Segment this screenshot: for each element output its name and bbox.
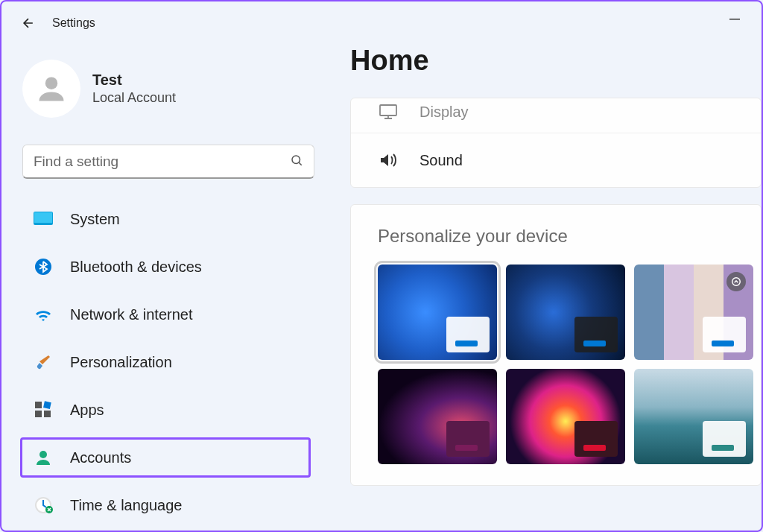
sidebar: Test Local Account System (1, 45, 329, 531)
setting-row-sound[interactable]: Sound (351, 133, 761, 187)
person-icon (33, 447, 54, 468)
sidebar-item-label: Apps (70, 402, 104, 419)
page-title: Home (350, 45, 762, 77)
theme-accent (712, 445, 734, 451)
svg-rect-4 (34, 212, 52, 223)
theme-preview (446, 421, 490, 457)
svg-rect-8 (35, 411, 42, 417)
wifi-icon (33, 304, 54, 325)
svg-rect-6 (35, 402, 42, 408)
theme-preview (574, 421, 618, 457)
svg-point-10 (39, 451, 47, 458)
theme-tile-bloom-light[interactable] (378, 265, 497, 360)
search-box[interactable] (22, 145, 314, 179)
sidebar-item-label: Bluetooth & devices (70, 259, 202, 276)
theme-tile-lake[interactable] (634, 369, 753, 464)
app-title: Settings (52, 16, 95, 30)
sound-icon (378, 150, 399, 171)
sidebar-item-label: System (70, 211, 120, 228)
user-account-type: Local Account (92, 90, 176, 106)
svg-point-2 (292, 156, 300, 164)
setting-label: Sound (420, 152, 463, 169)
user-name: Test (92, 72, 176, 89)
sidebar-item-accounts[interactable]: Accounts (20, 437, 311, 478)
sidebar-item-label: Accounts (70, 449, 131, 466)
svg-rect-9 (44, 411, 51, 417)
theme-preview (574, 317, 618, 352)
theme-preview (703, 317, 746, 352)
theme-tile-flow[interactable] (506, 369, 625, 464)
back-button[interactable] (16, 11, 40, 35)
svg-point-19 (732, 278, 741, 286)
personalize-card: Personalize your device (350, 204, 762, 486)
theme-accent (583, 341, 606, 346)
user-profile[interactable]: Test Local Account (22, 60, 308, 118)
sidebar-item-bluetooth[interactable]: Bluetooth & devices (22, 249, 308, 285)
theme-tile-glow[interactable] (378, 369, 497, 464)
sidebar-item-label: Personalization (70, 354, 172, 371)
theme-accent (583, 445, 606, 451)
theme-tile-spotlight[interactable] (634, 265, 753, 360)
theme-accent (712, 341, 734, 346)
sidebar-item-network[interactable]: Network & internet (22, 297, 308, 332)
svg-point-1 (45, 77, 58, 89)
theme-grid (378, 265, 734, 464)
theme-tile-bloom-dark[interactable] (506, 265, 625, 360)
sidebar-item-time[interactable]: Time & language (22, 487, 308, 523)
theme-accent (455, 341, 478, 346)
theme-preview (703, 421, 746, 457)
titlebar: Settings (1, 1, 762, 45)
svg-rect-18 (380, 105, 396, 115)
theme-preview (446, 317, 490, 352)
sidebar-item-label: Time & language (70, 497, 182, 514)
setting-label: Display (420, 104, 469, 121)
display-icon (378, 101, 399, 122)
svg-rect-7 (43, 401, 51, 409)
search-input[interactable] (34, 153, 290, 170)
setting-row-display[interactable]: Display (351, 98, 761, 133)
sidebar-item-apps[interactable]: Apps (22, 392, 308, 428)
sidebar-item-label: Network & internet (70, 306, 193, 323)
sidebar-item-system[interactable]: System (22, 201, 308, 237)
bluetooth-icon (33, 256, 54, 277)
brush-icon (33, 352, 54, 373)
sidebar-item-personalization[interactable]: Personalization (22, 344, 308, 380)
system-icon (33, 209, 54, 229)
minimize-button[interactable] (723, 10, 747, 28)
theme-accent (455, 445, 478, 451)
quick-settings-card: Display Sound (350, 98, 762, 188)
spotlight-icon (726, 272, 746, 291)
nav-list: System Bluetooth & devices Network & int… (22, 201, 308, 532)
personalize-heading: Personalize your device (378, 226, 734, 247)
avatar (22, 60, 80, 118)
apps-icon (33, 399, 54, 420)
search-icon (290, 153, 303, 170)
main-content: Home Display Sound Personalize your devi… (329, 45, 762, 531)
svg-rect-0 (729, 19, 740, 20)
clock-icon (33, 495, 54, 516)
